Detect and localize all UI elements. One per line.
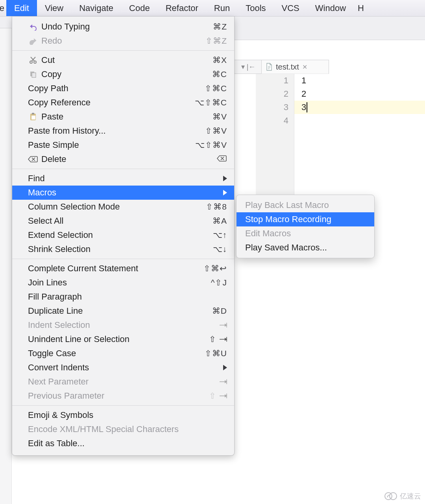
menu-navigate[interactable]: Navigate [71, 0, 121, 16]
menu-view[interactable]: View [37, 0, 71, 16]
menu-item-macros[interactable]: Macros [12, 186, 234, 200]
code-line: 2 [294, 87, 425, 101]
menu-item-join-lines[interactable]: Join Lines^⇧J [12, 276, 234, 290]
menu-item-duplicate-line[interactable]: Duplicate Line⌘D [12, 304, 234, 318]
macros-submenu: Play Back Last MacroStop Macro Recording… [236, 195, 375, 258]
text-caret [307, 102, 307, 112]
editor-tab-test[interactable]: test.txt ✕ [261, 60, 329, 74]
menu-item-shortcut: ⌘A [213, 216, 227, 226]
menu-item-convert-indents[interactable]: Convert Indents [12, 361, 234, 375]
submenu-item-play-saved-macros[interactable]: Play Saved Macros... [237, 241, 374, 255]
menu-vcs-label: VCS [282, 3, 299, 13]
menu-window-label: Window [315, 3, 346, 13]
menu-edit-label: Edit [14, 3, 29, 13]
menu-item-delete[interactable]: Delete [12, 152, 234, 166]
gutter-line: 4 [256, 114, 294, 127]
cut-icon [28, 55, 38, 65]
menu-item-edit-as-table[interactable]: Edit as Table... [12, 436, 234, 451]
menu-item-find[interactable]: Find [12, 171, 234, 186]
menu-tools-label: Tools [246, 3, 266, 13]
menu-item-undo-typing[interactable]: Undo Typing⌘Z [12, 20, 234, 34]
menu-item-extend-selection[interactable]: Extend Selection⌥↑ [12, 228, 234, 242]
menu-item-shortcut: ⌥⇧⌘C [195, 98, 227, 107]
submenu-item-label: Edit Macros [245, 228, 291, 239]
menu-item-label: Indent Selection [28, 320, 219, 330]
submenu-arrow-icon [222, 176, 227, 181]
menu-item-shortcut: ⇧ [209, 391, 227, 401]
menu-item-paste-from-history[interactable]: Paste from History...⇧⌘V [12, 124, 234, 138]
menu-item-label: Copy Path [28, 83, 205, 94]
menu-item-shortcut: ⇧ [209, 335, 227, 344]
close-tab-icon[interactable]: ✕ [302, 63, 307, 71]
menu-item-shortcut: ^⇧J [211, 278, 227, 287]
menu-item-label: Fill Paragraph [28, 292, 227, 302]
menu-item-unindent-line-or-selection[interactable]: Unindent Line or Selection⇧ [12, 332, 234, 346]
svg-marker-24 [223, 365, 227, 370]
menu-item-label: Paste [41, 112, 213, 122]
menu-item-fill-paragraph[interactable]: Fill Paragraph [12, 290, 234, 304]
menu-item-toggle-case[interactable]: Toggle Case⇧⌘U [12, 346, 234, 361]
menu-item-label: Copy [41, 69, 212, 79]
menu-code[interactable]: Code [121, 0, 158, 16]
menu-item-shortcut: ⌥↑ [213, 230, 227, 240]
edit-dropdown-menu: Undo Typing⌘ZRedo⇧⌘ZCut⌘XCopy⌘CCopy Path… [12, 17, 235, 456]
menu-item-emoji-symbols[interactable]: Emoji & Symbols [12, 408, 234, 422]
menu-item-column-selection-mode[interactable]: Column Selection Mode⇧⌘8 [12, 200, 234, 214]
menu-item-label: Edit as Table... [28, 438, 227, 449]
toolbar-nav-back-icon[interactable]: ▾ |← [235, 60, 262, 74]
menu-item-label: Delete [41, 154, 217, 164]
submenu-item-edit-macros: Edit Macros [237, 226, 374, 241]
svg-marker-17 [223, 190, 227, 195]
menu-refactor[interactable]: Refactor [158, 0, 206, 16]
menu-refactor-label: Refactor [166, 3, 198, 13]
menu-item-label: Paste Simple [28, 140, 195, 150]
menu-item-label: Duplicate Line [28, 306, 212, 316]
menu-window[interactable]: Window [307, 0, 354, 16]
menu-item-copy[interactable]: Copy⌘C [12, 67, 234, 81]
svg-rect-11 [31, 116, 35, 120]
paste-icon [28, 112, 38, 122]
menu-item-complete-current-statement[interactable]: Complete Current Statement⇧⌘↩ [12, 261, 234, 276]
menu-item-shortcut: ⇧⌘Z [205, 36, 227, 46]
menu-item-copy-path[interactable]: Copy Path⇧⌘C [12, 81, 234, 96]
menu-separator [12, 405, 234, 406]
submenu-arrow-icon [222, 365, 227, 370]
menu-item-next-parameter: Next Parameter [12, 375, 234, 389]
menu-item-redo: Redo⇧⌘Z [12, 34, 234, 48]
submenu-item-play-back-last-macro: Play Back Last Macro [237, 198, 374, 212]
submenu-item-label: Play Saved Macros... [245, 243, 327, 253]
menu-edit[interactable]: Edit [6, 0, 37, 16]
submenu-item-label: Stop Macro Recording [245, 214, 331, 224]
submenu-arrow-icon [222, 190, 227, 195]
menu-vcs[interactable]: VCS [274, 0, 307, 16]
menu-item-label: Encode XML/HTML Special Characters [28, 424, 227, 434]
menu-item-label: Convert Indents [28, 362, 222, 373]
menu-run[interactable]: Run [206, 0, 238, 16]
menu-item-paste[interactable]: Paste⌘V [12, 110, 234, 124]
editor-code[interactable]: 1 2 3 [294, 74, 425, 200]
menu-item-label: Unindent Line or Selection [28, 334, 209, 344]
menu-item-shortcut: ⌘X [213, 55, 227, 65]
svg-marker-16 [223, 176, 227, 181]
menu-item-label: Toggle Case [28, 348, 205, 359]
editor-body[interactable]: 1 2 3 4 1 2 3 [256, 74, 425, 200]
menu-item-select-all[interactable]: Select All⌘A [12, 214, 234, 228]
delete-key-icon [28, 154, 38, 164]
menu-separator [12, 169, 234, 169]
menu-item-paste-simple[interactable]: Paste Simple⌥⇧⌘V [12, 138, 234, 152]
code-line-current: 3 [294, 101, 425, 114]
code-text: 2 [301, 89, 306, 99]
copy-icon [28, 69, 38, 79]
menu-item-shrink-selection[interactable]: Shrink Selection⌥↓ [12, 242, 234, 256]
menu-item-cut[interactable]: Cut⌘X [12, 53, 234, 67]
menu-item-shortcut [219, 377, 227, 386]
menu-item-label: Shrink Selection [28, 244, 213, 254]
menu-item-label: Macros [28, 188, 222, 198]
menu-item-shortcut: ⌘D [212, 306, 227, 316]
submenu-item-stop-macro-recording[interactable]: Stop Macro Recording [237, 212, 374, 226]
menu-item-copy-reference[interactable]: Copy Reference⌥⇧⌘C [12, 96, 234, 110]
menu-navigate-label: Navigate [79, 3, 113, 13]
watermark-text: 亿速云 [400, 491, 421, 501]
menu-item-label: Find [28, 173, 222, 184]
menu-tools[interactable]: Tools [238, 0, 273, 16]
